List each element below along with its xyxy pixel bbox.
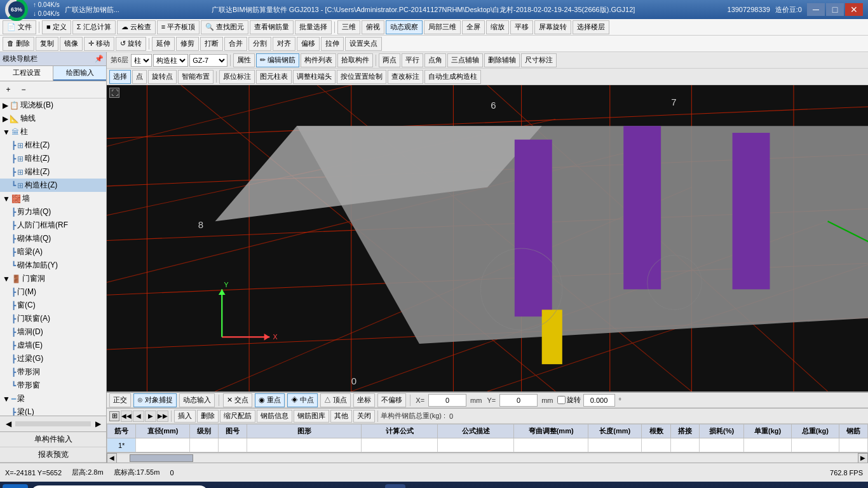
tree-item-board[interactable]: ▶📋现浇板(B) <box>0 98 106 112</box>
cloud-check-btn[interactable]: ☁ 云检查 <box>117 20 156 34</box>
edit-rebar-btn[interactable]: ✏ 编辑钢筋 <box>256 53 299 67</box>
nav-next-btn[interactable]: ▶ <box>145 410 156 422</box>
cell-length[interactable] <box>588 438 642 452</box>
cell-shape-num[interactable] <box>219 438 247 452</box>
cell-unit-weight[interactable] <box>744 438 792 452</box>
cell-loss[interactable] <box>700 438 744 452</box>
vp-icon[interactable]: ⛶ <box>109 88 119 98</box>
delete-btn[interactable]: 🗑 删除 <box>3 37 34 51</box>
expand-icon[interactable]: + <box>1 83 15 97</box>
tree-item-hidden-beam[interactable]: ┣暗梁(A) <box>0 245 106 259</box>
tree-item-shear-wall[interactable]: ┣剪力墙(Q) <box>0 205 106 219</box>
tree-item-civil-wall[interactable]: ┣人防门框墙(RF <box>0 219 106 232</box>
tree-item-masonry-rebar[interactable]: ┗砌体加筋(Y) <box>0 259 106 272</box>
close-rebar-btn[interactable]: 关闭 <box>353 410 375 423</box>
break-btn[interactable]: 打断 <box>200 37 223 51</box>
layer-select[interactable]: 柱 <box>131 54 152 67</box>
delete-rebar-btn[interactable]: 删除 <box>197 410 219 423</box>
other-btn[interactable]: 其他 <box>330 410 352 423</box>
delete-aux-btn[interactable]: 删除辅轴 <box>484 53 520 67</box>
tree-item-beam-l[interactable]: ┣梁(L) <box>0 405 106 416</box>
center-btn[interactable]: ◉ 重点 <box>255 393 285 407</box>
collapse-icon[interactable]: − <box>17 83 31 97</box>
tree-item-window[interactable]: ┣窗(C) <box>0 299 106 312</box>
tree-item-column[interactable]: ▼🏛柱 <box>0 125 106 139</box>
taskbar-app-explorer[interactable]: 📁 <box>234 484 254 488</box>
set-grip-btn[interactable]: 设置夹点 <box>345 37 382 51</box>
rebar-library-btn[interactable]: 钢筋图库 <box>294 410 329 423</box>
screen-rotate-btn[interactable]: 屏幕旋转 <box>534 20 571 34</box>
type-select[interactable]: 构造柱 <box>153 54 188 67</box>
intersect-btn[interactable]: ✕ 交点 <box>223 393 252 407</box>
scrollbar-thumb[interactable] <box>130 454 193 462</box>
cell-diameter[interactable] <box>136 438 190 452</box>
midpoint-btn[interactable]: ◈ 中点 <box>287 393 318 407</box>
batch-select-btn[interactable]: 批量选择 <box>295 20 332 34</box>
element-table-btn[interactable]: 图元柱表 <box>256 70 292 84</box>
taskbar-app-ggj[interactable]: 🔷 <box>385 484 405 488</box>
file-btn[interactable]: 📄 文件 <box>3 20 36 34</box>
taskbar-app-excel[interactable]: 📊 <box>407 484 427 488</box>
dynamic-view-btn[interactable]: 动态观察 <box>386 20 423 34</box>
tree-item-beam[interactable]: ▼━梁 <box>0 392 106 405</box>
snap-btn[interactable]: ⊙ 对象捕捉 <box>133 393 177 407</box>
top-view-btn[interactable]: 俯视 <box>362 20 384 34</box>
tree-item-wall[interactable]: ▼🧱墙 <box>0 192 106 205</box>
auto-gen-col-btn[interactable]: 自动生成构造柱 <box>424 70 481 84</box>
rotate-point-btn[interactable]: 旋转点 <box>148 70 177 84</box>
taskbar-app-ie[interactable]: e <box>299 484 319 488</box>
merge-btn[interactable]: 合并 <box>224 37 247 51</box>
id-select[interactable]: GZ-7 <box>189 54 227 67</box>
ortho-btn[interactable]: 正交 <box>109 393 131 407</box>
maximize-button[interactable]: □ <box>826 3 844 16</box>
flat-top-btn[interactable]: ≡ 平齐板顶 <box>157 20 200 34</box>
tree-item-wall-hole[interactable]: ┣墙洞(D) <box>0 325 106 339</box>
select-floor-btn[interactable]: 选择楼层 <box>573 20 609 34</box>
taskbar-search[interactable]: 🔍 在这里输入你要搜索的内容 <box>31 485 208 488</box>
cell-shape[interactable] <box>247 438 362 452</box>
cell-rebar-num[interactable]: 1* <box>107 438 136 452</box>
zoom-btn[interactable]: 缩放 <box>486 20 509 34</box>
insert-rebar-btn[interactable]: 插入 <box>174 410 196 423</box>
tree-item-door-window[interactable]: ▼🚪门窗洞 <box>0 272 106 285</box>
pick-element-btn[interactable]: 拾取构件 <box>337 53 373 67</box>
scale-rebar-btn[interactable]: 缩尺配筋 <box>220 410 255 423</box>
align-btn[interactable]: 对齐 <box>273 37 295 51</box>
smart-layout-btn[interactable]: 智能布置 <box>178 70 214 84</box>
cell-total-weight[interactable] <box>791 438 839 452</box>
cell-splice[interactable] <box>670 438 699 452</box>
viewport[interactable]: 8 6 7 0 X Y ⛶ <box>107 85 868 391</box>
tree-item-block-wall[interactable]: ┣砌体墙(Q) <box>0 232 106 245</box>
extend-btn[interactable]: 延伸 <box>152 37 175 51</box>
rebar-panel-icon[interactable]: ⊞ <box>109 411 119 421</box>
vertex-btn[interactable]: △ 顶点 <box>320 393 351 407</box>
tree-item-virtual-wall[interactable]: ┣虚墙(E) <box>0 339 106 352</box>
tree-item-door-window-combo[interactable]: ┣门联窗(A) <box>0 312 106 325</box>
tree-item-band-hole[interactable]: ┣带形洞 <box>0 365 106 379</box>
report-preview-btn[interactable]: 报表预览 <box>0 447 106 463</box>
x-input[interactable] <box>428 394 466 407</box>
single-part-input-btn[interactable]: 单构件输入 <box>0 432 106 447</box>
nav-last-btn[interactable]: ▶▶ <box>157 410 168 422</box>
cell-count[interactable] <box>642 438 670 452</box>
pan-btn[interactable]: 平移 <box>510 20 533 34</box>
rebar-info-btn[interactable]: 钢筋信息 <box>257 410 292 423</box>
find-btn[interactable]: 🔍 查找图元 <box>201 20 248 34</box>
three-point-aux-btn[interactable]: 三点辅轴 <box>447 53 483 67</box>
rotate-btn[interactable]: ↺ 旋转 <box>116 37 146 51</box>
taskbar-app-g[interactable]: G <box>342 484 362 488</box>
adjust-col-top-btn[interactable]: 调整柱端头 <box>293 70 336 84</box>
tree-item-frame-col[interactable]: ┣⊞框柱(Z) <box>0 139 106 152</box>
3d-btn[interactable]: 三维 <box>337 20 360 34</box>
tree-item-end-col[interactable]: ┣⊞端柱(Z) <box>0 165 106 179</box>
view-rebar-btn[interactable]: 查看钢筋量 <box>250 20 294 34</box>
y-input[interactable] <box>499 394 538 407</box>
point-angle-btn[interactable]: 点角 <box>424 53 446 67</box>
tree-item-band-window[interactable]: ┗带形窗 <box>0 379 106 392</box>
cell-formula-desc[interactable] <box>438 438 514 452</box>
two-point-btn[interactable]: 两点 <box>379 53 400 67</box>
minimize-button[interactable]: ─ <box>807 3 825 16</box>
stretch-btn[interactable]: 拉伸 <box>321 37 344 51</box>
scroll-left-btn[interactable]: ◀ <box>107 453 117 463</box>
nav-first-btn[interactable]: ◀◀ <box>121 410 132 422</box>
